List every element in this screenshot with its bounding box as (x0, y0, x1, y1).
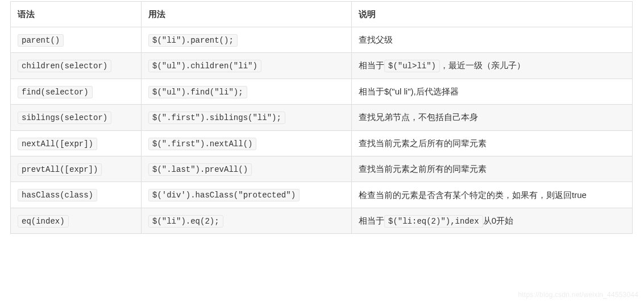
usage-code: $('div').hasClass("protected") (148, 189, 300, 201)
usage-code: $("li").parent(); (148, 34, 238, 47)
cell-syntax: siblings(selector) (11, 105, 142, 130)
desc-text: 相当于 (359, 60, 384, 70)
desc-text: 查找父级 (359, 35, 393, 44)
table-row: prevtAll([expr])$(".last").prevAll()查找当前… (11, 156, 633, 182)
table-row: parent()$("li").parent();查找父级 (11, 27, 633, 53)
cell-desc: 查找当前元素之后所有的同辈元素 (352, 130, 633, 156)
cell-syntax: parent() (11, 27, 142, 53)
cell-syntax: hasClass(class) (11, 182, 142, 208)
syntax-code: prevtAll([expr]) (18, 163, 102, 176)
syntax-code: nextAll([expr]) (18, 138, 97, 150)
cell-usage: $("li").eq(2); (142, 208, 352, 233)
desc-text: 从0开始 (483, 216, 513, 225)
watermark-text: https://blog.csdn.net/weixin_44553044 (518, 291, 638, 299)
syntax-code: find(selector) (18, 86, 93, 98)
header-syntax: 语法 (11, 2, 142, 27)
syntax-code: parent() (18, 34, 64, 47)
desc-text: 相当于 (359, 216, 384, 225)
cell-desc: 相当于$("ul>li")，最近一级（亲儿子） (352, 53, 633, 79)
header-usage: 用法 (142, 2, 352, 27)
cell-usage: $("ul").find("li"); (142, 79, 352, 104)
usage-code: $(".last").prevAll() (148, 163, 252, 176)
table-row: find(selector)$("ul").find("li");相当于$("u… (11, 79, 633, 104)
cell-usage: $(".last").prevAll() (142, 156, 352, 182)
cell-syntax: nextAll([expr]) (11, 130, 142, 156)
table-header-row: 语法 用法 说明 (11, 2, 633, 27)
desc-inline-code: $("ul>li") (384, 60, 440, 72)
jquery-methods-table: 语法 用法 说明 parent()$("li").parent();查找父级ch… (10, 1, 633, 234)
usage-code: $("ul").children("li") (148, 60, 261, 72)
cell-desc: 检查当前的元素是否含有某个特定的类，如果有，则返回true (352, 182, 633, 208)
syntax-code: hasClass(class) (18, 189, 97, 201)
desc-text: 查找当前元素之前所有的同辈元素 (359, 164, 487, 174)
usage-code: $("li").eq(2); (148, 215, 223, 228)
table-row: hasClass(class)$('div').hasClass("protec… (11, 182, 633, 208)
cell-desc: 查找当前元素之前所有的同辈元素 (352, 156, 633, 182)
syntax-code: children(selector) (18, 60, 111, 72)
cell-usage: $(".first").siblings("li"); (142, 105, 352, 130)
cell-desc: 相当于$("li:eq(2)"),index从0开始 (352, 208, 633, 233)
cell-usage: $(".first").nextAll() (142, 130, 352, 156)
desc-inline-code: $("li:eq(2)"),index (384, 215, 483, 228)
cell-desc: 相当于$("ul li"),后代选择器 (352, 79, 633, 104)
cell-desc: 查找兄弟节点，不包括自己本身 (352, 105, 633, 130)
desc-text: 查找兄弟节点，不包括自己本身 (359, 112, 478, 122)
table-row: nextAll([expr])$(".first").nextAll()查找当前… (11, 130, 633, 156)
desc-text: 检查当前的元素是否含有某个特定的类，如果有，则返回true (359, 190, 587, 200)
usage-code: $("ul").find("li"); (148, 86, 247, 98)
desc-text: 相当于$("ul li"),后代选择器 (359, 86, 459, 96)
cell-syntax: children(selector) (11, 53, 142, 79)
table-row: eq(index)$("li").eq(2);相当于$("li:eq(2)"),… (11, 208, 633, 233)
syntax-code: siblings(selector) (18, 112, 111, 124)
cell-usage: $("li").parent(); (142, 27, 352, 53)
cell-syntax: eq(index) (11, 208, 142, 233)
syntax-code: eq(index) (18, 215, 69, 228)
table-row: siblings(selector)$(".first").siblings("… (11, 105, 633, 130)
usage-code: $(".first").nextAll() (148, 138, 256, 150)
desc-text: 查找当前元素之后所有的同辈元素 (359, 138, 487, 148)
usage-code: $(".first").siblings("li"); (148, 112, 285, 124)
cell-syntax: find(selector) (11, 79, 142, 104)
desc-text: ，最近一级（亲儿子） (440, 60, 525, 70)
table-row: children(selector)$("ul").children("li")… (11, 53, 633, 79)
cell-usage: $('div').hasClass("protected") (142, 182, 352, 208)
cell-syntax: prevtAll([expr]) (11, 156, 142, 182)
header-desc: 说明 (352, 2, 633, 27)
cell-desc: 查找父级 (352, 27, 633, 53)
cell-usage: $("ul").children("li") (142, 53, 352, 79)
